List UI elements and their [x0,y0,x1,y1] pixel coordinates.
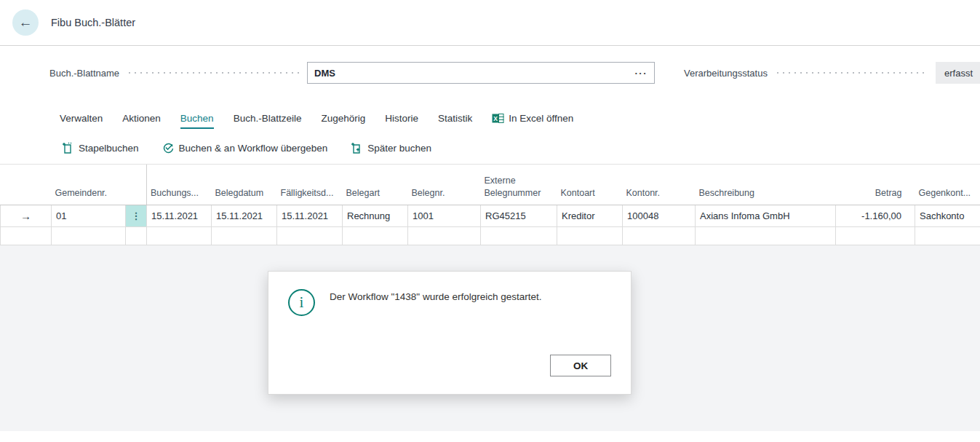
blattname-value: DMS [314,68,335,79]
col-gegenkonto[interactable]: Gegenkont... [915,165,980,205]
status-badge: erfasst [936,62,980,84]
tab-historie[interactable]: Historie [385,113,418,129]
cell-belegnr[interactable]: 1001 [408,205,481,226]
col-betrag[interactable]: Betrag [836,165,915,205]
col-gemeindenr[interactable]: Gemeindenr. [52,165,126,205]
cell-gemeindenr[interactable]: 01 [52,205,126,226]
journal-lines-table: Gemeindenr. Buchungs... Belegdatum Fälli… [0,165,980,245]
tab-buchen[interactable]: Buchen [180,113,214,129]
cell-betrag[interactable]: -1.160,00 [836,205,915,226]
table-header-row: Gemeindenr. Buchungs... Belegdatum Fälli… [1,165,980,205]
tab-aktionen[interactable]: Aktionen [122,113,161,129]
col-belegdatum[interactable]: Belegdatum [212,165,277,205]
page-header: ← Fibu Buch.-Blätter [0,0,980,45]
cell-externe-belegnummer[interactable]: RG45215 [481,205,557,226]
col-faelligkeitsdatum[interactable]: Fälligkeitsd... [277,165,343,205]
col-menu [126,165,147,205]
col-belegnr[interactable]: Belegnr. [408,165,481,205]
buchen-workflow-label: Buchen & an Workflow übergeben [179,143,328,154]
cell-empty[interactable] [408,226,481,245]
tab-verwalten[interactable]: Verwalten [60,113,103,129]
col-selector [1,165,52,205]
info-glyph: i [300,293,304,312]
dialog-message: Der Workflow "1438" wurde erfolgreich ge… [330,291,617,302]
cell-empty[interactable] [343,226,408,245]
header-divider [0,45,980,46]
cell-empty[interactable] [212,226,277,245]
dotted-leader [127,70,300,76]
field-verarbeitungsstatus: Verarbeitungsstatus erfasst [684,62,980,84]
back-arrow-icon: ← [19,15,33,31]
cell-empty[interactable] [623,226,696,245]
cell-kontoart[interactable]: Kreditor [557,205,623,226]
svg-text:X: X [493,115,498,122]
field-buch-blattname: Buch.-Blattname DMS ··· [49,62,655,84]
excel-icon: X [492,113,504,124]
open-in-excel-button[interactable]: X In Excel öffnen [492,113,573,129]
post-later-icon [351,142,362,154]
cell-empty[interactable] [696,226,836,245]
col-belegart[interactable]: Belegart [343,165,408,205]
cell-empty[interactable] [557,226,623,245]
app-window: { "colors": { "accent_teal": "#0F8077", … [0,0,980,442]
cell-buchungsdatum[interactable]: 15.11.2021 [147,205,212,226]
cell-faelligkeitsdatum[interactable]: 15.11.2021 [277,205,343,226]
ok-button[interactable]: OK [550,355,611,376]
cell-menu-icon[interactable]: ⋮ [126,205,147,226]
cell-empty[interactable] [481,226,557,245]
cell-empty[interactable] [277,226,343,245]
status-label: Verarbeitungsstatus [684,68,775,79]
cell-empty[interactable] [52,226,126,245]
table-row: → 01 ⋮ 15.11.2021 15.11.2021 15.11.2021 … [1,205,980,226]
col-beschreibung[interactable]: Beschreibung [696,165,836,205]
cell-empty[interactable] [147,226,212,245]
blattname-label: Buch.-Blattname [49,68,127,79]
back-button[interactable]: ← [12,9,39,36]
blattname-input[interactable]: DMS ··· [307,62,655,84]
spaeter-buchen-button[interactable]: Später buchen [351,142,431,154]
cell-empty[interactable] [1,226,52,245]
stapelbuchen-label: Stapelbuchen [79,143,139,154]
action-menu: Verwalten Aktionen Buchen Buch.-Blattzei… [0,108,980,129]
col-kontonr[interactable]: Kontonr. [623,165,696,205]
col-kontoart[interactable]: Kontoart [557,165,623,205]
workflow-check-icon [162,142,174,154]
table-row-empty [1,226,980,245]
buchen-workflow-button[interactable]: Buchen & an Workflow übergeben [162,142,328,154]
open-in-excel-label: In Excel öffnen [509,113,573,124]
cell-gegenkonto[interactable]: Sachkonto [915,205,980,226]
tab-zugehoerig[interactable]: Zugehörig [321,113,365,129]
spaeter-buchen-label: Später buchen [367,143,431,154]
sub-actionbar: Stapelbuchen Buchen & an Workflow überge… [0,138,980,157]
cell-empty[interactable] [836,226,915,245]
stapelbuchen-button[interactable]: Stapelbuchen [62,142,139,154]
cell-belegart[interactable]: Rechnung [343,205,408,226]
workflow-started-dialog: i Der Workflow "1438" wurde erfolgreich … [268,271,632,395]
tab-buch-blattzeile[interactable]: Buch.-Blattzeile [234,113,302,129]
cell-belegdatum[interactable]: 15.11.2021 [212,205,277,226]
cell-beschreibung[interactable]: Axians Infoma GmbH [696,205,836,226]
tab-statistik[interactable]: Statistik [438,113,472,129]
lookup-ellipsis-button[interactable]: ··· [635,68,648,79]
dotted-leader [775,70,928,76]
col-externe-belegnummer[interactable]: Externe Belegnummer [481,165,557,205]
cell-empty[interactable] [126,226,147,245]
post-batch-icon [62,142,73,154]
field-row: Buch.-Blattname DMS ··· Verarbeitungssta… [0,62,980,84]
info-icon: i [288,289,315,316]
col-buchungsdatum[interactable]: Buchungs... [147,165,212,205]
page-title: Fibu Buch.-Blätter [51,17,135,28]
cell-kontonr[interactable]: 100048 [623,205,696,226]
row-selector-arrow-icon[interactable]: → [1,205,52,226]
cell-empty[interactable] [915,226,980,245]
